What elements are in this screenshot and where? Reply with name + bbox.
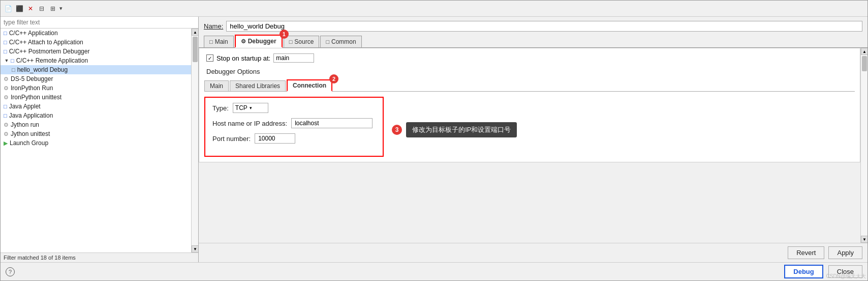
ironpython-test-label: IronPython unittest xyxy=(11,94,61,101)
launch-group-icon: ▶ xyxy=(4,140,8,147)
sub-tab-main[interactable]: Main xyxy=(204,80,229,91)
content-area: ✓ Stop on startup at: Debugger Options M… xyxy=(199,48,860,162)
tree-item-java-app[interactable]: □ Java Application xyxy=(1,111,191,120)
delete-icon[interactable]: ✕ xyxy=(26,4,35,13)
cpp-app-label: C/C++ Application xyxy=(9,30,58,37)
java-app-label: Java Application xyxy=(9,112,53,119)
stop-on-startup-input[interactable] xyxy=(273,53,314,63)
ironpython-run-label: IronPython Run xyxy=(11,85,53,92)
type-dropdown-icon: ▾ xyxy=(250,105,252,110)
port-label: Port number: xyxy=(212,135,251,143)
hello-world-label: hello_world Debug xyxy=(17,66,68,73)
tab-source-icon: □ xyxy=(289,39,293,45)
toolbar: 📄 ⬛ ✕ ⊟ ⊞ ▾ xyxy=(1,1,867,17)
tree-item-jython-run[interactable]: ⚙ Jython run xyxy=(1,120,191,129)
tree-scroll-up[interactable]: ▲ xyxy=(192,29,198,36)
export-icon[interactable]: ⊟ xyxy=(37,4,46,13)
cpp-app-icon: □ xyxy=(4,30,7,36)
left-panel: □ C/C++ Application □ C/C++ Attach to Ap… xyxy=(1,17,199,262)
tree-item-java-applet[interactable]: □ Java Applet xyxy=(1,102,191,111)
tree-item-ironpython-run[interactable]: ⚙ IronPython Run xyxy=(1,83,191,93)
port-row: Port number: xyxy=(212,133,373,144)
hello-world-icon: □ xyxy=(12,67,15,73)
tree-item-ironpython-test[interactable]: ⚙ IronPython unittest xyxy=(1,93,191,102)
cpp-attach-icon: □ xyxy=(4,39,7,45)
filter-status: Filter matched 18 of 18 items xyxy=(1,252,198,262)
host-label: Host name or IP address: xyxy=(212,120,287,127)
right-scroll-down[interactable]: ▼ xyxy=(861,236,867,243)
stop-on-startup-checkbox[interactable]: ✓ xyxy=(206,54,213,62)
duplicate-icon[interactable]: ⬛ xyxy=(15,4,24,13)
tabs-row: □ Main ⚙ Debugger 1 □ xyxy=(199,35,867,48)
type-row: Type: TCP ▾ xyxy=(212,103,373,113)
type-select[interactable]: TCP ▾ xyxy=(233,103,268,113)
name-input[interactable] xyxy=(226,21,862,32)
sub-tab-shared-libs[interactable]: Shared Libraries xyxy=(230,80,286,91)
right-scrollbar: ▲ ▼ xyxy=(860,48,867,243)
port-input[interactable] xyxy=(255,133,295,144)
java-applet-label: Java Applet xyxy=(9,103,41,110)
tree-item-hello-world[interactable]: □ hello_world Debug xyxy=(1,65,191,74)
cpp-attach-label: C/C++ Attach to Application xyxy=(9,39,83,46)
cpp-remote-toggle[interactable]: ▼ xyxy=(4,58,10,64)
cpp-postmortem-icon: □ xyxy=(4,48,7,54)
right-scroll-thumb[interactable] xyxy=(862,56,867,71)
right-scroll-up[interactable]: ▲ xyxy=(861,48,867,55)
debugger-options-label: Debugger Options xyxy=(204,68,855,75)
tab-common-icon: □ xyxy=(326,39,329,45)
footer: ? Debug Close CSDN@编天大大 xyxy=(1,262,867,280)
jython-run-label: Jython run xyxy=(11,121,39,128)
filter-input[interactable] xyxy=(1,17,198,29)
stop-on-startup-label: Stop on startup at: xyxy=(216,54,270,62)
cpp-remote-label: C/C++ Remote Application xyxy=(16,57,88,64)
tooltip: 修改为目标板子的IP和设置端口号 xyxy=(406,122,517,137)
host-input[interactable] xyxy=(291,118,373,128)
right-panel-inner: Name: □ Main ⚙ Debugger xyxy=(199,17,867,262)
java-app-icon: □ xyxy=(4,113,7,119)
tree-list: □ C/C++ Application □ C/C++ Attach to Ap… xyxy=(1,29,191,252)
right-panel: Name: □ Main ⚙ Debugger xyxy=(199,17,867,262)
import-icon[interactable]: ⊞ xyxy=(48,4,57,13)
badge-1: 1 xyxy=(280,30,289,39)
tree-scroll-down[interactable]: ▼ xyxy=(192,245,198,252)
name-row: Name: xyxy=(199,17,867,35)
ironpython-run-icon: ⚙ xyxy=(4,85,9,92)
badge-2: 2 xyxy=(329,74,338,83)
tab-main[interactable]: □ Main xyxy=(204,36,234,47)
tree-item-ds5[interactable]: ⚙ DS-5 Debugger xyxy=(1,74,191,83)
content-scroll: ✓ Stop on startup at: Debugger Options M… xyxy=(199,48,860,243)
new-icon[interactable]: 📄 xyxy=(4,4,13,13)
revert-button[interactable]: Revert xyxy=(788,246,824,259)
sub-tab-connection[interactable]: Connection xyxy=(287,79,332,92)
launch-group-label: Launch Group xyxy=(10,139,48,147)
java-applet-icon: □ xyxy=(4,103,7,109)
tree-item-cpp-attach[interactable]: □ C/C++ Attach to Application xyxy=(1,38,191,47)
tab-common[interactable]: □ Common xyxy=(320,36,361,47)
badge-3: 3 xyxy=(392,125,402,135)
sub-tabs-row: Main Shared Libraries Connection 2 xyxy=(204,79,855,92)
tab-debugger-icon: ⚙ xyxy=(241,38,246,45)
tab-main-label: Main xyxy=(215,38,228,45)
debug-button[interactable]: Debug xyxy=(784,265,823,278)
main-content: □ C/C++ Application □ C/C++ Attach to Ap… xyxy=(1,17,867,262)
tree-scrollbar: ▲ ▼ xyxy=(191,29,198,252)
type-value: TCP xyxy=(235,104,247,111)
tree-scroll-thumb[interactable] xyxy=(193,37,198,62)
connection-form: Type: TCP ▾ Host name or IP address: xyxy=(204,97,384,157)
toolbar-dropdown[interactable]: ▾ xyxy=(59,5,63,12)
tree-item-cpp-postmortem[interactable]: □ C/C++ Postmortem Debugger xyxy=(1,47,191,56)
tree-item-cpp-app[interactable]: □ C/C++ Application xyxy=(1,29,191,38)
tree-scroll-track xyxy=(192,36,198,245)
tree-item-launch-group[interactable]: ▶ Launch Group xyxy=(1,138,191,148)
jython-test-icon: ⚙ xyxy=(4,131,9,137)
dialog: 📄 ⬛ ✕ ⊟ ⊞ ▾ □ C/C++ Application □ C/C++ … xyxy=(0,0,868,281)
help-icon[interactable]: ? xyxy=(6,267,15,276)
apply-button[interactable]: Apply xyxy=(828,246,862,259)
jython-run-icon: ⚙ xyxy=(4,122,9,128)
cpp-postmortem-label: C/C++ Postmortem Debugger xyxy=(9,48,90,55)
watermark: CSDN@编天大大 xyxy=(826,273,866,280)
tree-item-jython-test[interactable]: ⚙ Jython unittest xyxy=(1,129,191,138)
tree-item-cpp-remote[interactable]: ▼ □ C/C++ Remote Application xyxy=(1,56,191,65)
tab-source[interactable]: □ Source xyxy=(284,36,320,47)
tab-debugger[interactable]: ⚙ Debugger xyxy=(235,35,283,48)
